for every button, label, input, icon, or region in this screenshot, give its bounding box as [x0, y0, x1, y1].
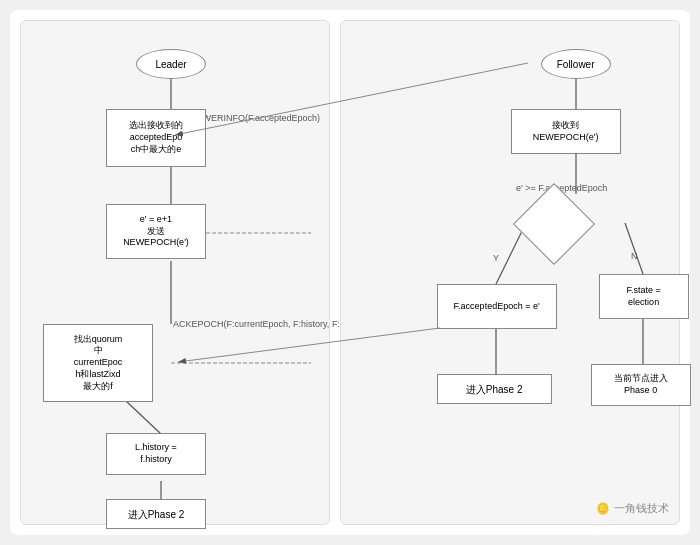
enter-phase2-left-node: 进入Phase 2 — [106, 499, 206, 529]
find-quorum-node: 找出quorum中currentEpoch和lastZixd最大的f — [43, 324, 153, 402]
watermark: 🪙 一角钱技术 — [596, 501, 669, 516]
set-accepted-node: F.acceptedEpoch = e' — [437, 284, 557, 329]
enter-phase2-right-node: 进入Phase 2 — [437, 374, 552, 404]
svg-line-5 — [126, 401, 161, 434]
svg-text:Y: Y — [493, 253, 499, 263]
l-history-node: L.history =f.history — [106, 433, 206, 475]
watermark-text: 一角钱技术 — [614, 501, 669, 516]
panels-wrapper: FOLLOWERINFO(F.acceptedEpoch) ACKEPOCH(F… — [20, 20, 680, 525]
right-panel: Y N e' >= F.acceptedEpoch Follower 接收到NE… — [340, 20, 680, 525]
left-panel: FOLLOWERINFO(F.acceptedEpoch) ACKEPOCH(F… — [20, 20, 330, 525]
calc-e-prime-node: e' = e+1发送NEWEPOCH(e') — [106, 204, 206, 259]
leader-node: Leader — [136, 49, 206, 79]
f-state-election-node: F.state =election — [599, 274, 689, 319]
diamond-check-node — [509, 194, 599, 254]
svg-line-14 — [625, 223, 643, 274]
follower-node: Follower — [541, 49, 611, 79]
recv-newepoch-node: 接收到NEWEPOCH(e') — [511, 109, 621, 154]
watermark-icon: 🪙 — [596, 502, 610, 515]
main-container: FOLLOWERINFO(F.acceptedEpoch) ACKEPOCH(F… — [10, 10, 690, 535]
right-arrows: Y N e' >= F.acceptedEpoch — [341, 21, 679, 524]
select-max-e-node: 选出接收到的acceptedEpoch中最大的e — [106, 109, 206, 167]
enter-phase0-node: 当前节点进入Phase 0 — [591, 364, 691, 406]
svg-text:N: N — [631, 251, 638, 261]
